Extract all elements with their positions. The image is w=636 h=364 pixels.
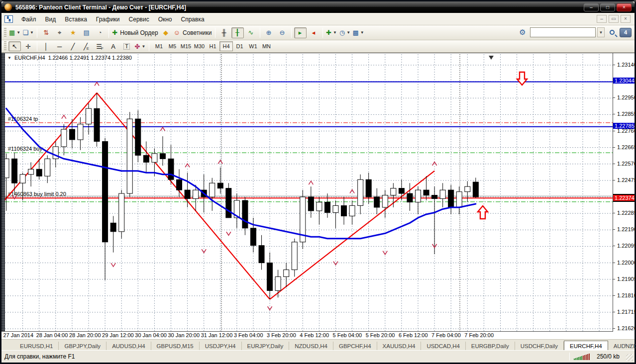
search-history-button[interactable]: ▼ (597, 27, 605, 37)
tab-eurjpy-daily[interactable]: EURJPY,Daily (242, 342, 290, 350)
toolbar-grip[interactable] (4, 28, 6, 38)
tab-usdchf-daily[interactable]: USDCHF,Daily (515, 342, 564, 350)
menu-item-window[interactable]: Окно (154, 14, 177, 24)
cursor-arrow-icon: ↖ (12, 43, 17, 50)
menu-item-help[interactable]: Справка (177, 14, 209, 24)
template-chart-icon: ▩ (353, 29, 359, 36)
resize-grip[interactable] (626, 354, 633, 361)
chevron-down-icon[interactable]: ▼ (360, 30, 364, 35)
close-button[interactable]: × (617, 3, 632, 11)
timeframe-h1-button[interactable]: H1 (206, 41, 219, 51)
menu-item-insert[interactable]: Вставка (60, 14, 92, 24)
horizontal-line-icon: ─ (57, 43, 62, 50)
timeframe-mn-button[interactable]: MN (260, 41, 273, 51)
chart-plot[interactable]: #1106324 tp#1106324 buy#1460863 buy limi… (5, 54, 613, 331)
new-chart-button[interactable]: ▦▼ (8, 27, 21, 38)
tab-usdjpy-h4[interactable]: USDJPY,H4 (200, 342, 242, 350)
menu-item-file[interactable]: Файл (17, 14, 41, 24)
settings-button[interactable]: ⚙ (517, 27, 529, 38)
tab-nzdusd-h4[interactable]: NZDUSD,H4 (289, 342, 333, 350)
menu-item-view[interactable]: Вид (41, 14, 61, 24)
app-logo-icon (4, 3, 12, 11)
indicators-button[interactable]: ✚▼ (325, 27, 338, 38)
auto-scroll-button[interactable]: ▸ (294, 27, 307, 38)
crosshair-tool-button[interactable]: ✛ (22, 41, 34, 51)
search-button[interactable] (606, 27, 618, 38)
tab-eurgbp-daily[interactable]: EURGBP,Daily (466, 342, 515, 350)
vertical-line-button[interactable]: │ (40, 41, 52, 51)
horizontal-line-button[interactable]: ─ (53, 41, 66, 51)
time-tick: 5 Feb 04:00 (333, 332, 362, 338)
notifications-badge[interactable]: 4 (620, 28, 632, 37)
menu-item-charts[interactable]: Графики (92, 14, 124, 24)
chevron-down-icon[interactable]: ▼ (333, 30, 337, 35)
mdi-close-button[interactable]: × (621, 15, 631, 23)
chevron-down-icon[interactable]: ▼ (30, 30, 34, 35)
status-bar: Для справки, нажмите F1 250/0 kb (1, 350, 635, 363)
trendline-button[interactable]: ╱ (67, 41, 79, 51)
chart-dropdown-icon[interactable]: ▼ (7, 56, 11, 60)
mdi-minimize-button[interactable]: – (597, 15, 607, 23)
timeframe-h4-button[interactable]: H4 (219, 41, 233, 51)
maximize-button[interactable]: □ (600, 3, 615, 11)
tab-eurchf-h4[interactable]: EURCHF,H4 (564, 341, 608, 350)
tab-eurusd-h1[interactable]: EURUSD,H1 (14, 342, 59, 350)
advisors-button[interactable]: ☺Советники (173, 27, 212, 38)
terminal-button[interactable]: ▤ (80, 27, 93, 38)
tab-gbpjpy-daily[interactable]: GBPJPY,Daily (59, 342, 106, 350)
templates-button[interactable]: ▩▼ (352, 27, 365, 38)
zoom-in-button[interactable]: ⊕ (263, 27, 275, 38)
menu-bar: ▚ ФайлВидВставкаГрафикиСервисОкноСправка… (1, 13, 635, 25)
chevron-down-icon[interactable]: ▼ (141, 44, 145, 49)
tab-gbpchf-h4[interactable]: GBPCHF,H4 (333, 342, 377, 350)
mdi-restore-button[interactable]: ▭ (609, 15, 619, 23)
periods-button[interactable]: ◷▼ (339, 27, 351, 38)
menu-item-service[interactable]: Сервис (124, 14, 154, 24)
timeframe-w1-button[interactable]: W1 (246, 41, 260, 51)
text-label-button[interactable]: T (120, 41, 133, 51)
price-axis[interactable]: 1.231401.229501.228551.227601.226651.225… (613, 53, 635, 332)
application-window: 565896: Panteon Client Terminal - Демо С… (0, 0, 636, 364)
tab-scroll-left-button[interactable]: ◂ (624, 342, 626, 347)
minimize-button[interactable]: – (584, 3, 599, 11)
timeframe-m1-button[interactable]: M1 (152, 41, 166, 51)
clock-icon: ◷ (339, 29, 345, 36)
line-chart-button[interactable]: ∿ (245, 27, 257, 38)
tab-usdcad-h4[interactable]: USDCAD,H4 (421, 342, 465, 350)
zoom-out-button[interactable]: ⊖ (276, 27, 289, 38)
fibonacci-button[interactable]: ☰F (94, 41, 106, 51)
text-button[interactable]: A (107, 41, 119, 51)
tab-audusd-h4[interactable]: AUDUSD,H4 (106, 342, 151, 350)
chevron-down-icon[interactable]: ▼ (16, 30, 20, 35)
panel-splitter[interactable] (1, 53, 5, 339)
timeframe-m5-button[interactable]: M5 (166, 41, 179, 51)
tab-gbpusd-m15[interactable]: GBPUSD,M15 (151, 342, 200, 350)
new-order-button[interactable]: ✚Новый Ордер (111, 27, 158, 38)
time-tick: 7 Feb 20:00 (464, 332, 494, 338)
data-window-button[interactable]: ⌖ (53, 27, 66, 38)
metaeditor-button[interactable]: ◆ (160, 27, 172, 38)
candlestick-chart-button[interactable]: ╂ (231, 27, 244, 38)
tab-scroll-right-button[interactable]: ▸ (630, 342, 633, 347)
cursor-button[interactable]: ↖ (8, 41, 21, 51)
profiles-button[interactable]: ❏▼ (22, 27, 34, 38)
timeframe-d1-button[interactable]: D1 (233, 41, 246, 51)
search-input[interactable] (530, 27, 596, 37)
price-chart[interactable]: #1106324 tp#1106324 buy#1460863 buy limi… (5, 54, 613, 331)
tab-scroll-buttons: ◂▸ (624, 342, 633, 347)
chart-shift-button[interactable]: ◂ (308, 27, 320, 38)
navigator-button[interactable]: ★ (67, 27, 79, 38)
profiles-icon: ❏ (22, 29, 28, 36)
chevron-down-icon[interactable]: ▼ (346, 30, 350, 35)
timeframe-m30-button[interactable]: M30 (193, 41, 206, 51)
equidistant-channel-button[interactable]: ╱E (80, 41, 93, 51)
price-tick: 1.22570 (617, 161, 635, 167)
bar-chart-button[interactable]: ╫ (218, 27, 230, 38)
strategy-tester-button[interactable]: ◔ (94, 27, 106, 38)
arrow-shapes-button[interactable]: ✤▼ (134, 41, 146, 51)
market-watch-button[interactable]: ⇅ (40, 27, 52, 38)
timeframe-m15-button[interactable]: M15 (179, 41, 193, 51)
time-axis[interactable]: 27 Jan 201428 Jan 04:0028 Jan 20:0029 Ja… (1, 331, 613, 339)
tab-xauusd-h4[interactable]: XAUUSD,H4 (377, 342, 422, 350)
toolbar-grip-2[interactable] (4, 41, 6, 51)
